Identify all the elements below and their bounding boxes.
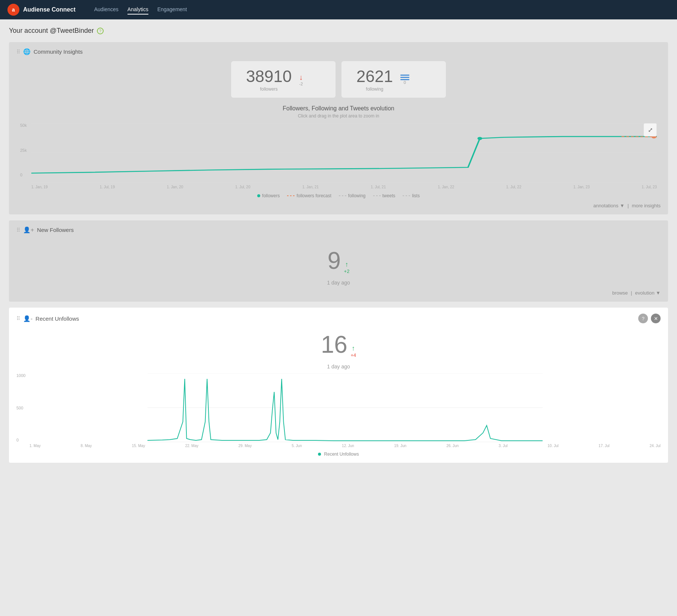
followers-number: 38910 bbox=[246, 67, 292, 86]
legend-following[interactable]: following bbox=[339, 193, 366, 198]
nav-audiences[interactable]: Audiences bbox=[94, 5, 118, 15]
community-insights-section: ⠿ 🌐 Community Insights 38910 followers ↓… bbox=[9, 42, 668, 214]
recent-unfollows-section: ⠿ 👤- Recent Unfollows ? ✕ 16 ↑ +4 1 day … bbox=[9, 308, 668, 463]
drag-handle-icon: ⠿ bbox=[16, 315, 20, 321]
chart-subtitle: Click and drag in the plot area to zoom … bbox=[16, 113, 661, 119]
tweets-legend-line bbox=[373, 195, 381, 196]
unfollow-x-labels: 1. May 8. May 15. May 22. May 29. May 5.… bbox=[29, 444, 661, 448]
unfollows-header: ⠿ 👤- Recent Unfollows ? ✕ bbox=[16, 314, 661, 323]
page-content: Your account @TweetBinder ? ⠿ 🌐 Communit… bbox=[0, 19, 677, 476]
brand: a Audiense Connect bbox=[7, 4, 75, 16]
unfollows-close-button[interactable]: ✕ bbox=[651, 314, 661, 323]
x-label-jan21: 1. Jan, 21 bbox=[302, 185, 319, 189]
browse-link[interactable]: browse bbox=[612, 290, 628, 296]
unfollow-legend-dot bbox=[318, 453, 321, 456]
evolution-chart-area: Followers, Following and Tweets evolutio… bbox=[16, 105, 661, 208]
new-followers-actions: browse | evolution ▼ bbox=[16, 290, 661, 296]
x-label-jul19: 1. Jul, 19 bbox=[100, 185, 115, 189]
more-insights-link[interactable]: more insights bbox=[632, 203, 661, 208]
x-label-jul23: 1. Jul, 23 bbox=[642, 185, 657, 189]
new-followers-title: New Followers bbox=[37, 227, 73, 233]
x-29may: 29. May bbox=[239, 444, 252, 448]
evolution-link[interactable]: evolution ▼ bbox=[635, 290, 661, 296]
nav-engagement[interactable]: Engagement bbox=[157, 5, 187, 15]
unfollows-time: 1 day ago bbox=[16, 364, 661, 370]
x-1may: 1. May bbox=[29, 444, 41, 448]
chart-actions: annotations ▼ | more insights bbox=[16, 203, 661, 208]
x-label-jan20: 1. Jan, 20 bbox=[167, 185, 183, 189]
y-label-50k: 50k bbox=[20, 123, 27, 128]
unfollows-help-button[interactable]: ? bbox=[638, 314, 648, 323]
x-10jul: 10. Jul bbox=[548, 444, 558, 448]
drag-handle-icon: ⠿ bbox=[16, 49, 20, 55]
x-label-jan22: 1. Jan, 22 bbox=[438, 185, 454, 189]
x-label-jul21: 1. Jul, 21 bbox=[371, 185, 386, 189]
y-500: 500 bbox=[16, 406, 25, 410]
drag-handle-icon: ⠿ bbox=[16, 227, 20, 233]
down-arrow-icon: ↓ bbox=[299, 73, 303, 82]
new-followers-delta: ↑ +2 bbox=[344, 261, 350, 274]
globe-icon: 🌐 bbox=[23, 48, 31, 55]
following-change: 0 bbox=[404, 80, 406, 85]
unfollows-delta-value: +4 bbox=[350, 352, 356, 358]
stats-row: 38910 followers ↓ -2 2621 following bbox=[16, 61, 661, 98]
y-0: 0 bbox=[16, 438, 25, 442]
following-legend-label: following bbox=[348, 193, 366, 198]
x-24jul: 24. Jul bbox=[649, 444, 660, 448]
community-insights-title: Community Insights bbox=[34, 48, 83, 55]
following-badge: 0 bbox=[400, 75, 409, 85]
followers-change: -2 bbox=[299, 82, 303, 86]
x-3jul: 3. Jul bbox=[499, 444, 508, 448]
recent-unfollows-title: Recent Unfollows bbox=[35, 315, 79, 322]
unfollows-header-actions: ? ✕ bbox=[638, 314, 661, 323]
following-legend-line bbox=[339, 195, 346, 196]
unfollow-chart-svg bbox=[29, 373, 661, 442]
new-followers-count: 9 bbox=[328, 247, 341, 274]
followers-card: 38910 followers ↓ -2 bbox=[231, 61, 336, 98]
legend-forecast[interactable]: followers forecast bbox=[287, 193, 331, 198]
nav-analytics[interactable]: Analytics bbox=[127, 5, 148, 15]
zoom-button[interactable]: ⤢ bbox=[643, 123, 657, 136]
page-title-text: Your account @TweetBinder bbox=[9, 27, 94, 35]
legend-lists[interactable]: lists bbox=[403, 193, 420, 198]
x-17jul: 17. Jul bbox=[599, 444, 610, 448]
followers-legend-label: followers bbox=[262, 193, 280, 198]
unfollows-header-left: ⠿ 👤- Recent Unfollows bbox=[16, 315, 79, 322]
new-followers-delta-value: +2 bbox=[344, 268, 350, 274]
followers-badge: ↓ -2 bbox=[299, 73, 303, 86]
page-title-row: Your account @TweetBinder ? bbox=[9, 27, 668, 35]
following-card: 2621 following 0 bbox=[341, 61, 446, 98]
lists-legend-label: lists bbox=[412, 193, 420, 198]
chart-title: Followers, Following and Tweets evolutio… bbox=[16, 105, 661, 112]
unfollows-delta: ↑ +4 bbox=[350, 345, 356, 358]
forecast-legend-line bbox=[287, 195, 295, 196]
x-26jun: 26. Jun bbox=[446, 444, 459, 448]
followers-legend-dot bbox=[257, 194, 260, 197]
brand-logo: a bbox=[7, 4, 19, 16]
up-arrow-icon: ↑ bbox=[352, 345, 355, 352]
unfollows-count: 16 bbox=[321, 331, 347, 358]
y-1000: 1000 bbox=[16, 373, 25, 378]
legend-tweets[interactable]: tweets bbox=[373, 193, 396, 198]
x-22may: 22. May bbox=[185, 444, 199, 448]
x-19jun: 19. Jun bbox=[394, 444, 406, 448]
lists-legend-line bbox=[403, 195, 410, 196]
x-8may: 8. May bbox=[81, 444, 92, 448]
following-number: 2621 bbox=[356, 67, 393, 86]
annotations-link[interactable]: annotations ▼ bbox=[593, 203, 625, 208]
x-label-jul22: 1. Jul, 22 bbox=[506, 185, 522, 189]
brand-name: Audiense Connect bbox=[23, 6, 75, 13]
main-chart-container: ⤢ 50k 25k 0 bbox=[20, 123, 657, 190]
following-label: following bbox=[356, 87, 393, 92]
unfollows-stat: 16 ↑ +4 bbox=[16, 323, 661, 362]
legend-followers[interactable]: followers bbox=[257, 193, 280, 198]
chart-legend: followers followers forecast following t… bbox=[16, 193, 661, 198]
x-label-jan19: 1. Jan, 19 bbox=[31, 185, 48, 189]
unfollow-chart-area: 1000 500 0 1. May 8. May 1 bbox=[16, 373, 661, 448]
x-12jun: 12. Jun bbox=[342, 444, 354, 448]
new-followers-header: ⠿ 👤+ New Followers bbox=[16, 226, 661, 233]
help-icon[interactable]: ? bbox=[97, 28, 104, 34]
main-chart-svg bbox=[31, 123, 657, 183]
x-label-jan23: 1. Jan, 23 bbox=[573, 185, 590, 189]
x-15may: 15. May bbox=[132, 444, 145, 448]
